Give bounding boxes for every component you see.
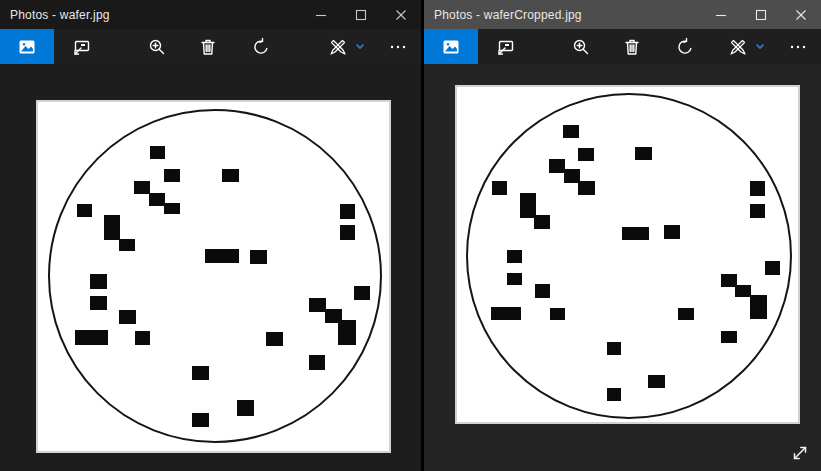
defect-mark	[164, 169, 180, 182]
see-all-photos-button[interactable]	[424, 29, 478, 64]
minimize-icon	[715, 9, 727, 21]
window-controls	[701, 0, 821, 29]
photo-icon	[17, 37, 37, 57]
defect-mark	[535, 284, 550, 298]
add-to-button[interactable]	[488, 29, 522, 64]
defect-mark	[192, 366, 209, 380]
photo-canvas[interactable]	[455, 85, 800, 424]
ellipsis-icon	[788, 37, 808, 57]
window-title: Photos - wafer.jpg	[0, 8, 110, 22]
defect-mark	[550, 308, 565, 320]
add-to-button[interactable]	[64, 29, 98, 64]
defect-mark	[75, 330, 108, 345]
defect-mark	[340, 225, 355, 240]
more-button[interactable]	[781, 29, 815, 64]
titlebar[interactable]: Photos - wafer.jpg	[0, 0, 421, 29]
edit-create-icon	[328, 37, 348, 57]
maximize-icon	[755, 9, 767, 21]
edit-create-icon	[728, 37, 748, 57]
defect-mark	[578, 181, 595, 195]
defect-mark	[104, 215, 120, 240]
defect-mark	[678, 308, 694, 320]
more-button[interactable]	[381, 29, 415, 64]
delete-button[interactable]	[191, 29, 225, 64]
window-controls	[301, 0, 421, 29]
rotate-button[interactable]	[668, 29, 702, 64]
defect-mark	[237, 400, 254, 416]
defect-mark	[622, 227, 649, 240]
toolbar	[0, 29, 421, 64]
defect-mark	[507, 250, 522, 263]
zoom-in-icon	[571, 37, 591, 57]
zoom-button[interactable]	[564, 29, 598, 64]
defect-mark	[750, 181, 765, 196]
defect-mark	[721, 331, 737, 343]
defect-mark	[534, 215, 550, 229]
defect-mark	[491, 307, 521, 320]
minimize-icon	[315, 9, 327, 21]
defect-mark	[765, 261, 780, 275]
photos-window-wafer: Photos - wafer.jpg	[0, 0, 421, 471]
defect-mark	[648, 375, 665, 388]
expand-arrow-icon	[790, 443, 810, 463]
defect-mark	[607, 342, 621, 355]
close-icon	[395, 9, 407, 21]
ellipsis-icon	[388, 37, 408, 57]
defect-mark	[309, 298, 326, 312]
defect-mark	[549, 159, 565, 173]
defect-mark	[563, 125, 579, 138]
maximize-button[interactable]	[341, 0, 381, 29]
close-button[interactable]	[781, 0, 821, 29]
defect-mark	[150, 146, 165, 159]
defect-mark	[135, 331, 150, 345]
defect-mark	[750, 295, 767, 319]
defect-mark	[635, 147, 652, 160]
trash-icon	[622, 37, 642, 57]
rotate-icon	[675, 37, 695, 57]
chevron-down-icon[interactable]	[355, 43, 365, 50]
defect-mark	[309, 355, 325, 370]
rotate-icon	[251, 37, 271, 57]
photo-canvas[interactable]	[36, 100, 391, 453]
maximize-button[interactable]	[741, 0, 781, 29]
zoom-in-icon	[147, 37, 167, 57]
photo-icon	[441, 37, 461, 57]
defect-mark	[90, 296, 107, 310]
fullscreen-button[interactable]	[787, 440, 813, 466]
titlebar[interactable]: Photos - waferCropped.jpg	[424, 0, 821, 29]
edit-create-button[interactable]	[321, 29, 355, 64]
window-title: Photos - waferCropped.jpg	[424, 8, 582, 22]
chevron-down-icon[interactable]	[755, 43, 765, 50]
minimize-button[interactable]	[301, 0, 341, 29]
defect-mark	[205, 249, 239, 263]
defect-mark	[578, 148, 594, 161]
add-to-icon	[71, 37, 91, 57]
defect-mark	[507, 273, 522, 285]
defect-mark	[134, 181, 150, 194]
defect-mark	[492, 181, 507, 195]
rotate-button[interactable]	[244, 29, 278, 64]
toolbar	[424, 29, 821, 64]
maximize-icon	[355, 9, 367, 21]
close-icon	[795, 9, 807, 21]
defect-mark	[77, 204, 92, 217]
defect-mark	[164, 203, 180, 214]
defect-mark	[119, 239, 135, 251]
defect-mark	[338, 320, 356, 345]
defect-mark	[192, 413, 209, 427]
delete-button[interactable]	[615, 29, 649, 64]
defect-mark	[266, 332, 283, 346]
defect-mark	[750, 204, 765, 218]
defect-mark	[607, 388, 621, 401]
defect-mark	[354, 286, 370, 300]
see-all-photos-button[interactable]	[0, 29, 54, 64]
defect-mark	[119, 310, 136, 324]
minimize-button[interactable]	[701, 0, 741, 29]
edit-create-button[interactable]	[721, 29, 755, 64]
defect-mark	[735, 285, 751, 297]
defect-mark	[250, 250, 267, 264]
defect-mark	[222, 169, 239, 182]
zoom-button[interactable]	[140, 29, 174, 64]
close-button[interactable]	[381, 0, 421, 29]
photos-window-wafercropped: Photos - waferCropped.jpg	[424, 0, 821, 471]
